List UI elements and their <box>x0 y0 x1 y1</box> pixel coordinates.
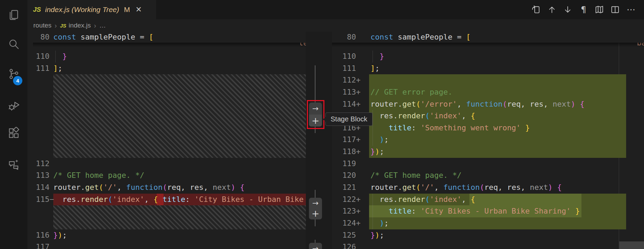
code-line-124: 124+ ); <box>332 217 644 229</box>
map-icon[interactable] <box>595 5 604 14</box>
code-line-113: 113+// GET error page. <box>332 86 644 98</box>
code-line-110: 110 } <box>332 51 644 63</box>
code-line-112: 112+ <box>332 74 644 86</box>
tab-index-js[interactable]: JS index.js (Working Tree) M ✕ <box>27 0 156 19</box>
code-line-116: 116+ title: 'Something went wrong' } <box>332 122 644 134</box>
code-line-116: 116}); <box>33 229 306 241</box>
tooltip-label: Stage Block <box>331 115 367 123</box>
code-line-113: 113/* GET home page. */ <box>33 170 306 182</box>
code-line-118: 118+}); <box>332 146 644 158</box>
vscode-diff-window: 4 JS index.js (Working Tree) M ✕ ¶⋯ rout… <box>0 0 644 249</box>
code-line-115: 115+ res.render('index', { <box>332 110 644 122</box>
chat-icon[interactable] <box>5 156 22 173</box>
stage-block-button[interactable]: + <box>309 115 322 127</box>
tooltip-arrow <box>323 117 326 122</box>
stage-block-button-group: → + <box>309 102 322 127</box>
code-line-125: 125}); <box>332 229 644 241</box>
stage-block-button-group[interactable]: → <box>309 243 322 249</box>
horizontal-scrollbar[interactable] <box>619 241 644 249</box>
tab-strip: JS index.js (Working Tree) M ✕ ¶⋯ <box>27 0 644 19</box>
code-line-121: 121router.get('/', function(req, res, ne… <box>332 182 644 194</box>
next-block-button[interactable]: → <box>309 102 322 115</box>
modified-badge: M <box>124 6 130 14</box>
breadcrumb-routes[interactable]: routes <box>33 22 52 29</box>
activity-bar: 4 <box>0 0 27 249</box>
diff-original-pane: 110 }111];112113/* GET home page. */114r… <box>33 32 306 249</box>
tab-title: index.js (Working Tree) <box>45 6 119 14</box>
code-line-117: 117+ ); <box>332 134 644 146</box>
code-line-115: 115− res.render('index', { title: 'City … <box>33 194 306 206</box>
whitespace-icon[interactable]: ¶ <box>579 5 588 14</box>
diff-filler-region <box>33 205 306 229</box>
js-file-icon: JS <box>33 6 41 13</box>
search-icon[interactable] <box>5 36 22 52</box>
editor-toolbar: ¶⋯ <box>531 5 636 14</box>
diff-filler-region <box>33 74 306 158</box>
breadcrumb: routes › JS index.js › … <box>27 19 644 32</box>
stage-block-button[interactable]: + <box>309 208 322 219</box>
more-actions-icon[interactable]: ⋯ <box>626 5 636 14</box>
chevron-right-icon: › <box>94 22 96 30</box>
code-line-120: 120/* GET home page. */ <box>332 170 644 182</box>
code-line-112: 112 <box>33 158 306 170</box>
sticky-scroll-line: 80const samplePeople = [ <box>33 32 306 43</box>
code-line-110: 110 } <box>33 51 306 63</box>
code-line-126: 126 <box>332 241 644 249</box>
next-block-button[interactable]: → <box>309 198 322 208</box>
extensions-icon[interactable] <box>5 125 22 141</box>
diff-modified-pane: 110 }111];112+113+// GET error page.114+… <box>332 32 644 249</box>
run-debug-icon[interactable] <box>5 97 22 114</box>
sticky-scroll-line: 80const samplePeople = [ <box>332 32 644 43</box>
code-line-123: 123+ title: 'City Bikes - Urban Bike Sha… <box>332 205 644 217</box>
code-line-119: 119 <box>332 158 644 170</box>
code-line-111: 111]; <box>332 63 644 75</box>
code-line-122: 122+ res.render('index', { <box>332 194 644 206</box>
js-file-icon: JS <box>60 23 66 29</box>
breadcrumb-more[interactable]: … <box>99 22 106 29</box>
chevron-right-icon: › <box>55 22 57 30</box>
open-changes-icon[interactable] <box>531 5 541 14</box>
scm-changes-badge: 4 <box>13 76 22 85</box>
code-line-114: 114+router.get('/error', function(req, r… <box>332 98 644 110</box>
explorer-icon[interactable] <box>5 7 22 23</box>
split-editor-icon[interactable] <box>610 5 620 14</box>
code-line-117: 117 <box>33 241 306 249</box>
breadcrumb-index-js[interactable]: index.js <box>69 22 91 29</box>
next-block-button[interactable]: → <box>309 243 322 249</box>
previous-change-icon[interactable] <box>547 5 557 14</box>
stage-block-tooltip: Stage Block <box>325 112 373 126</box>
code-line-114: 114router.get('/', function(req, res, ne… <box>33 182 306 194</box>
diff-gutter: → + → + → <box>306 32 332 249</box>
close-icon[interactable]: ✕ <box>135 6 142 13</box>
stage-block-button-group: → + <box>309 198 322 219</box>
diff-editor: 110 }111];112113/* GET home page. */114r… <box>27 32 644 249</box>
code-line-111: 111]; <box>33 63 306 75</box>
next-change-icon[interactable] <box>563 5 573 14</box>
